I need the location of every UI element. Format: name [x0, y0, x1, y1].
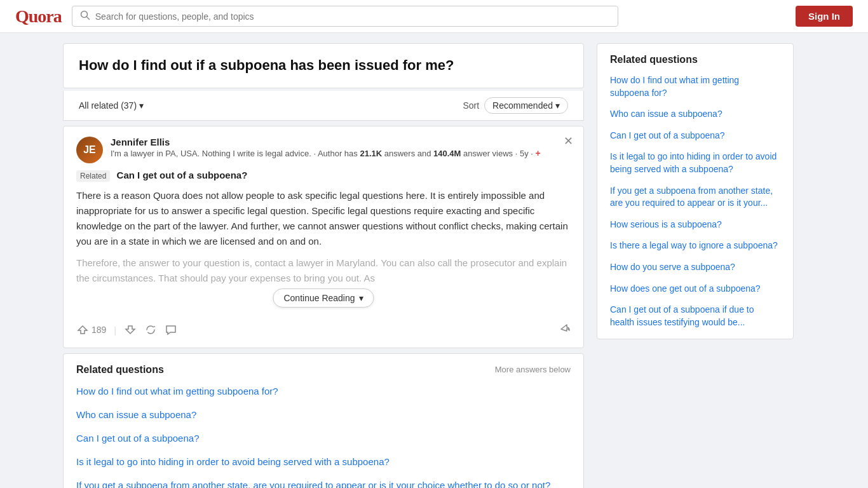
related-question-link[interactable]: Can I get out of a subpoena? — [117, 170, 248, 180]
answer-header: JE Jennifer Ellis I'm a lawyer in PA, US… — [76, 137, 571, 163]
chevron-down-icon: ▾ — [139, 100, 144, 111]
related-link-4[interactable]: Is it legal to go into hiding in order t… — [76, 455, 571, 468]
related-question-line: Related Can I get out of a subpoena? — [76, 170, 571, 182]
bio-suffix: answer views · 5y · — [461, 149, 532, 158]
sidebar-link-3[interactable]: Can I get out of a subpoena? — [610, 130, 780, 142]
sort-label: Sort — [463, 100, 479, 111]
continue-reading-label: Continue Reading — [283, 293, 355, 303]
sidebar-link-6[interactable]: How serious is a subpoena? — [610, 219, 780, 231]
author-answers: 21.1K — [360, 149, 382, 158]
action-bar: 189 | — [76, 316, 571, 337]
search-input[interactable] — [95, 11, 610, 22]
answer-card: ✕ JE Jennifer Ellis I'm a lawyer in PA, … — [63, 126, 584, 348]
all-related-label: All related (37) — [79, 100, 137, 111]
filters-bar: All related (37) ▾ Sort Recommended ▾ — [63, 91, 584, 121]
action-divider: | — [114, 325, 116, 336]
related-section-header: Related questions More answers below — [76, 364, 571, 376]
chevron-down-icon: ▾ — [359, 293, 363, 303]
logo: Quora — [15, 6, 62, 27]
upvote-button[interactable]: 189 — [76, 323, 106, 336]
main-content: How do I find out if a subpoena has been… — [63, 43, 584, 488]
chevron-down-icon: ▾ — [555, 100, 560, 111]
sidebar-title: Related questions — [610, 54, 780, 65]
author-views: 140.4M — [433, 149, 461, 158]
related-link-3[interactable]: Can I get out of a subpoena? — [76, 431, 571, 445]
sidebar-link-4[interactable]: Is it legal to go into hiding in order t… — [610, 151, 780, 175]
header: Quora Sign In — [0, 0, 868, 33]
upvote-count: 189 — [92, 325, 106, 335]
sidebar-link-2[interactable]: Who can issue a subpoena? — [610, 108, 780, 121]
related-tag: Related — [76, 170, 110, 182]
signin-button[interactable]: Sign In — [796, 6, 853, 27]
related-section-title: Related questions — [76, 364, 164, 376]
answer-text-main: There is a reason Quora does not allow p… — [76, 188, 571, 249]
question-title: How do I find out if a subpoena has been… — [79, 57, 568, 75]
share-button[interactable] — [558, 323, 571, 337]
sort-area: Sort Recommended ▾ — [463, 97, 568, 114]
related-link-1[interactable]: How do I find out what im getting subpoe… — [76, 384, 571, 398]
sidebar-box: Related questions How do I find out what… — [597, 43, 794, 339]
related-link-5[interactable]: If you get a subpoena from another state… — [76, 478, 571, 488]
answer-text-faded: Therefore, the answer to your question i… — [76, 255, 571, 286]
plus-icon: + — [536, 148, 541, 158]
downvote-button[interactable] — [124, 323, 137, 336]
all-related-filter[interactable]: All related (37) ▾ — [79, 100, 144, 111]
svg-line-1 — [86, 17, 89, 20]
related-link-2[interactable]: Who can issue a subpoena? — [76, 408, 571, 421]
avatar: JE — [76, 137, 103, 163]
close-button[interactable]: ✕ — [564, 135, 573, 147]
related-questions-section: Related questions More answers below How… — [63, 353, 584, 488]
bio-prefix: I'm a lawyer in PA, USA. Nothing I write… — [111, 149, 360, 158]
author-bio: I'm a lawyer in PA, USA. Nothing I write… — [111, 147, 571, 160]
bio-mid: answers and — [382, 149, 433, 158]
search-bar[interactable] — [72, 6, 618, 27]
search-icon — [80, 10, 90, 22]
sidebar-link-10[interactable]: Can I get out of a subpoena if due to he… — [610, 304, 780, 329]
sort-dropdown[interactable]: Recommended ▾ — [484, 97, 568, 114]
comment-button[interactable] — [165, 323, 177, 336]
question-box: How do I find out if a subpoena has been… — [63, 43, 584, 88]
continue-reading-button[interactable]: Continue Reading ▾ — [273, 288, 374, 308]
page-container: How do I find out if a subpoena has been… — [53, 0, 815, 488]
sidebar-link-9[interactable]: How does one get out of a subpoena? — [610, 283, 780, 295]
refresh-button[interactable] — [144, 323, 157, 336]
sidebar: Related questions How do I find out what… — [597, 43, 794, 339]
sidebar-link-8[interactable]: How do you serve a subpoena? — [610, 261, 780, 274]
sort-value: Recommended — [492, 100, 553, 111]
sidebar-link-1[interactable]: How do I find out what im getting subpoe… — [610, 74, 780, 99]
author-name: Jennifer Ellis — [111, 137, 571, 147]
sidebar-link-5[interactable]: If you get a subpoena from another state… — [610, 185, 780, 210]
author-info: Jennifer Ellis I'm a lawyer in PA, USA. … — [111, 137, 571, 160]
sidebar-link-7[interactable]: Is there a legal way to ignore a subpoen… — [610, 240, 780, 252]
more-answers-label: More answers below — [495, 365, 571, 374]
